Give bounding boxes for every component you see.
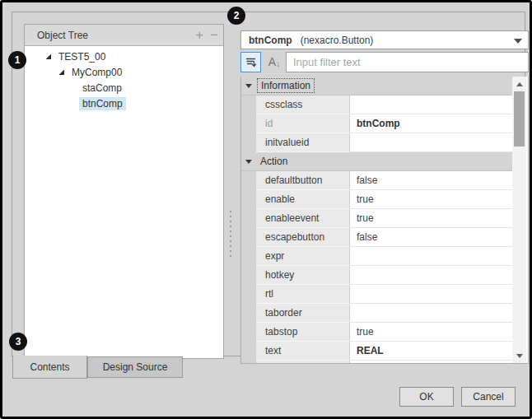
property-value[interactable]: btnComp [350, 114, 513, 133]
tree-expanded-icon[interactable] [44, 53, 53, 61]
selected-component-id: btnComp [249, 35, 292, 46]
property-value[interactable]: REAL [350, 342, 513, 361]
scroll-up-icon[interactable] [513, 78, 525, 90]
property-row-enable: enable true [241, 190, 513, 209]
property-label: initvalueid [256, 133, 350, 152]
tree-node-stacomp[interactable]: staComp [25, 80, 223, 95]
property-label: defaultbutton [256, 171, 350, 190]
scrollbar-thumb[interactable] [514, 91, 525, 147]
property-row-taborder: taborder [241, 304, 513, 323]
property-label: cssclass [256, 95, 350, 114]
row-gutter [241, 323, 256, 342]
property-value[interactable]: true [350, 190, 513, 209]
property-label: tooltiptext [256, 361, 350, 364]
tree-node-label[interactable]: staComp [79, 81, 125, 95]
down-arrow-icon: ↓ [276, 54, 280, 75]
add-node-button[interactable]: + [195, 28, 203, 42]
tree-node-test5-00[interactable]: TEST5_00 [25, 49, 223, 64]
property-label: enableevent [256, 209, 350, 228]
scroll-down-icon[interactable] [513, 350, 525, 361]
property-row-escapebutton: escapebutton false [241, 228, 513, 247]
ok-button[interactable]: OK [399, 387, 454, 407]
property-row-id: id btnComp [241, 114, 513, 133]
tree-node-label[interactable]: btnComp [79, 97, 126, 110]
tab-design-source[interactable]: Design Source [87, 356, 183, 378]
chevron-down-icon[interactable] [514, 39, 522, 44]
vertical-scrollbar[interactable] [512, 77, 526, 363]
property-row-enableevent: enableevent true [241, 209, 513, 228]
alphabetic-sort-button[interactable]: A ↓ [264, 54, 284, 72]
row-gutter [241, 190, 256, 209]
tree-node-label[interactable]: TEST5_00 [55, 50, 109, 63]
categorized-view-button[interactable] [240, 52, 261, 72]
tree-node-mycomp00[interactable]: MyComp00 [25, 64, 223, 80]
row-gutter [241, 133, 256, 152]
remove-node-button[interactable]: − [210, 28, 218, 42]
property-label: taborder [256, 304, 350, 323]
annotation-badge-3: 3 [9, 333, 27, 351]
object-tree-header: Object Tree + − [25, 25, 223, 46]
property-row-cssclass: cssclass [241, 95, 513, 114]
object-tree-body: TEST5_00 MyComp00 staComp btnComp [25, 46, 223, 111]
property-label: rtl [256, 285, 350, 304]
cancel-button[interactable]: Cancel [461, 387, 516, 407]
category-row-action[interactable]: Action [241, 152, 513, 171]
property-row-rtl: rtl [241, 285, 513, 304]
row-gutter [241, 171, 256, 190]
property-value[interactable] [350, 285, 513, 304]
object-tree-title: Object Tree [37, 30, 88, 41]
row-gutter [241, 266, 256, 285]
property-value[interactable]: true [350, 209, 513, 228]
row-gutter [241, 342, 256, 361]
component-properties-dialog: Object Tree + − TEST5_00 MyComp00 [2, 2, 530, 417]
selected-component-type: (nexacro.Button) [301, 35, 374, 46]
collapse-arrow-icon[interactable] [241, 160, 256, 164]
tree-node-btncomp-selected[interactable]: btnComp [25, 95, 223, 111]
row-gutter [241, 114, 256, 133]
property-value[interactable] [350, 247, 513, 266]
collapse-arrow-icon[interactable] [241, 84, 256, 88]
object-tree-panel: Object Tree + − TEST5_00 MyComp00 [24, 24, 224, 359]
property-value[interactable]: false [350, 228, 513, 247]
property-grid: Information cssclass id btnComp i [240, 77, 529, 364]
category-label[interactable]: Action [257, 155, 291, 168]
property-label: enable [256, 190, 350, 209]
property-label: tabstop [256, 323, 350, 342]
row-gutter [241, 95, 256, 114]
row-gutter [241, 247, 256, 266]
panel-splitter-handle[interactable] [229, 211, 233, 257]
property-value[interactable] [350, 133, 513, 152]
row-gutter [241, 228, 256, 247]
property-label: text [256, 342, 350, 361]
property-value[interactable] [350, 304, 513, 323]
category-label[interactable]: Information [257, 78, 315, 93]
property-value[interactable] [350, 361, 513, 364]
property-row-expr: expr [241, 247, 513, 266]
property-row-tabstop: tabstop true [241, 323, 513, 342]
property-row-initvalueid: initvalueid [241, 133, 513, 152]
property-label: escapebutton [256, 228, 350, 247]
property-row-text: text REAL [241, 342, 513, 361]
property-value[interactable] [350, 95, 513, 114]
property-label: expr [256, 247, 350, 266]
row-gutter [241, 285, 256, 304]
row-gutter [241, 361, 256, 364]
property-label: hotkey [256, 266, 350, 285]
component-selector-combobox[interactable]: btnComp (nexacro.Button) [240, 30, 529, 49]
filter-input[interactable] [286, 52, 529, 72]
property-value[interactable]: true [350, 323, 513, 342]
tab-contents[interactable]: Contents [12, 356, 87, 379]
tree-expanded-icon[interactable] [58, 68, 66, 77]
property-value[interactable] [350, 266, 513, 285]
property-row-tooltiptext: tooltiptext [241, 361, 513, 364]
property-label: id [256, 114, 350, 133]
row-gutter [241, 209, 256, 228]
category-row-information[interactable]: Information [241, 77, 513, 95]
property-row-defaultbutton: defaultbutton false [241, 171, 513, 190]
property-value[interactable]: false [350, 171, 513, 190]
annotation-badge-1: 1 [8, 51, 26, 69]
tree-node-label[interactable]: MyComp00 [68, 66, 125, 79]
categorized-view-icon [244, 55, 258, 69]
contents-tab-page: Object Tree + − TEST5_00 MyComp00 [12, 12, 525, 356]
annotation-badge-2: 2 [227, 7, 245, 25]
